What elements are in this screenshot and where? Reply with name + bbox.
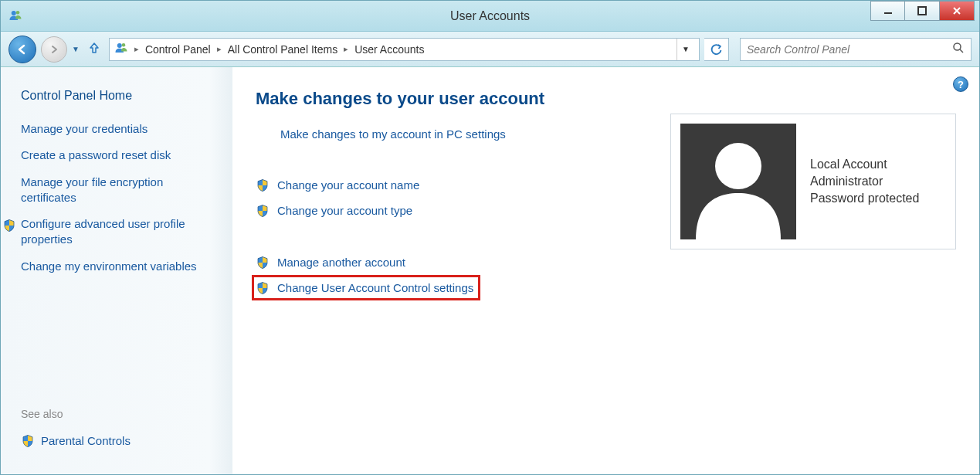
window: User Accounts ▼ ▸ Control Panel bbox=[0, 0, 980, 475]
account-card: Local Account Administrator Password pro… bbox=[670, 114, 956, 249]
sidebar-item-profile-props[interactable]: Configure advanced user profile properti… bbox=[21, 216, 219, 248]
sidebar-item-env-vars[interactable]: Change my environment variables bbox=[21, 259, 219, 274]
sidebar-item-label: Manage your credentials bbox=[21, 122, 148, 135]
account-info: Local Account Administrator Password pro… bbox=[810, 158, 919, 205]
avatar-placeholder-icon bbox=[680, 124, 796, 239]
highlighted-row: Change User Account Control settings bbox=[252, 275, 480, 300]
maximize-button[interactable] bbox=[905, 1, 940, 21]
see-also-label: See also bbox=[21, 408, 63, 420]
breadcrumb-separator: ▸ bbox=[131, 44, 142, 54]
change-name-link[interactable]: Change your account name bbox=[277, 178, 419, 192]
manage-another-link[interactable]: Manage another account bbox=[277, 256, 405, 269]
close-button[interactable] bbox=[940, 1, 975, 21]
search-icon bbox=[952, 42, 965, 56]
refresh-button[interactable] bbox=[704, 38, 729, 61]
forward-arrow-icon bbox=[48, 43, 60, 56]
address-dropdown[interactable]: ▼ bbox=[677, 39, 694, 60]
svg-rect-3 bbox=[918, 7, 926, 15]
sidebar-item-label: Manage your file encryption certificates bbox=[21, 175, 163, 204]
back-arrow-icon bbox=[15, 42, 29, 56]
list-item: Change User Account Control settings bbox=[256, 280, 956, 295]
breadcrumb-item[interactable]: User Accounts bbox=[354, 43, 424, 56]
change-uac-link[interactable]: Change User Account Control settings bbox=[277, 281, 473, 294]
page-heading: Make changes to your user account bbox=[256, 89, 956, 109]
shield-icon bbox=[21, 434, 35, 448]
close-icon bbox=[952, 6, 961, 15]
breadcrumb-separator: ▸ bbox=[341, 44, 351, 54]
sidebar-item-label: Create a password reset disk bbox=[21, 148, 171, 161]
content-area: Control Panel Home Manage your credentia… bbox=[1, 67, 979, 474]
breadcrumb-separator: ▸ bbox=[214, 44, 225, 54]
sidebar-item-label: Configure advanced user profile properti… bbox=[21, 217, 185, 246]
search-input[interactable] bbox=[747, 43, 952, 56]
shield-icon bbox=[256, 203, 270, 218]
sidebar-item-credentials[interactable]: Manage your credentials bbox=[21, 121, 219, 137]
sidebar-item-password-reset[interactable]: Create a password reset disk bbox=[21, 148, 219, 163]
history-dropdown[interactable]: ▼ bbox=[72, 45, 80, 53]
breadcrumb-item[interactable]: Control Panel bbox=[145, 43, 211, 56]
minimize-button[interactable] bbox=[870, 1, 905, 21]
main-panel: ? Make changes to your user account Make… bbox=[232, 67, 979, 474]
minimize-icon bbox=[883, 6, 893, 15]
svg-rect-2 bbox=[884, 12, 892, 14]
shield-icon bbox=[2, 217, 16, 232]
back-button[interactable] bbox=[8, 36, 36, 63]
svg-point-4 bbox=[954, 43, 961, 50]
sidebar: Control Panel Home Manage your credentia… bbox=[1, 67, 232, 474]
address-bar[interactable]: ▸ Control Panel ▸ All Control Panel Item… bbox=[109, 38, 700, 61]
account-role-label: Administrator bbox=[810, 175, 919, 188]
pc-settings-link[interactable]: Make changes to my account in PC setting… bbox=[256, 127, 506, 141]
search-box[interactable] bbox=[740, 38, 972, 61]
account-pwd-label: Password protected bbox=[810, 192, 919, 205]
control-panel-home-link[interactable]: Control Panel Home bbox=[21, 89, 219, 103]
titlebar: User Accounts bbox=[1, 1, 979, 32]
breadcrumb-item[interactable]: All Control Panel Items bbox=[228, 43, 337, 56]
shield-icon bbox=[256, 255, 270, 270]
sidebar-item-label: Change my environment variables bbox=[21, 260, 197, 273]
navbar: ▼ ▸ Control Panel ▸ All Control Panel It… bbox=[1, 32, 979, 67]
forward-button[interactable] bbox=[41, 36, 67, 63]
help-button[interactable]: ? bbox=[953, 76, 968, 92]
avatar bbox=[680, 124, 796, 239]
up-arrow-icon bbox=[87, 41, 101, 55]
sidebar-links: Manage your credentials Create a passwor… bbox=[21, 121, 219, 274]
parental-controls-link[interactable]: Parental Controls bbox=[41, 434, 131, 447]
change-type-link[interactable]: Change your account type bbox=[277, 204, 412, 217]
shield-icon bbox=[256, 280, 270, 295]
maximize-icon bbox=[917, 6, 927, 15]
svg-point-7 bbox=[715, 143, 761, 189]
window-title: User Accounts bbox=[450, 9, 530, 23]
window-controls bbox=[870, 1, 975, 24]
refresh-icon bbox=[710, 43, 723, 56]
svg-line-5 bbox=[960, 49, 963, 53]
sidebar-bottom: Parental Controls bbox=[21, 434, 131, 448]
shield-icon bbox=[256, 178, 270, 192]
user-accounts-icon bbox=[8, 8, 24, 24]
account-type-label: Local Account bbox=[810, 158, 919, 171]
location-icon bbox=[114, 41, 128, 57]
sidebar-item-encryption-certs[interactable]: Manage your file encryption certificates bbox=[21, 175, 219, 206]
up-button[interactable] bbox=[84, 41, 104, 57]
list-item: Manage another account bbox=[256, 255, 956, 270]
